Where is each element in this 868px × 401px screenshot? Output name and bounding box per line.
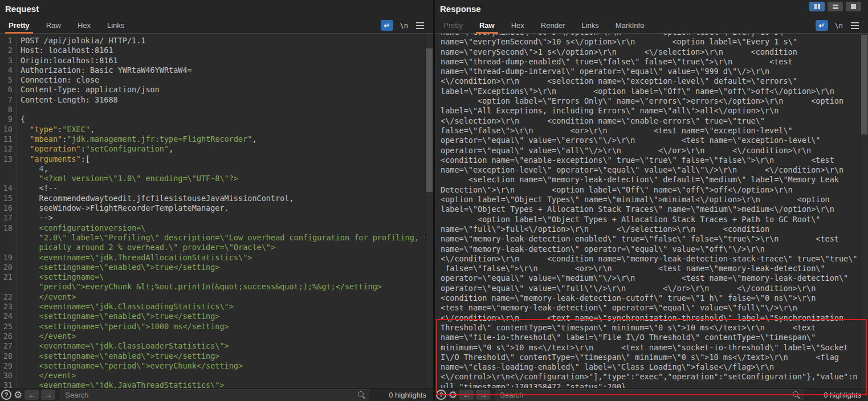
repeater-window: Request PrettyRawHexLinks ↵ \n 1POST /ap… (0, 0, 868, 401)
tab-pretty[interactable]: Pretty (5, 18, 33, 33)
response-code-line: I\/O Threshold\" contentType=\"timespan\… (435, 353, 868, 362)
request-scrollbar[interactable] (425, 34, 433, 388)
response-code-line: <option label=\"Errors Only\" name=\"err… (435, 96, 868, 106)
tab-pretty[interactable]: Pretty (440, 18, 466, 33)
search-icon (793, 391, 798, 397)
request-code-line: 13 "arguments":[ (0, 154, 433, 164)
response-scrollbar-thumb[interactable] (861, 35, 867, 134)
single-layout-button[interactable] (846, 2, 861, 11)
response-scrollbar[interactable] (860, 34, 868, 388)
request-panel-title: Request (0, 0, 433, 18)
request-code-line: 31 <eventname=\"jdk.JavaThreadStatistics… (0, 380, 433, 388)
request-code-line: 4Authorization: Basic YWRtaW46YWRtaW4= (0, 66, 433, 75)
response-code-line: Detection\">\r\n <option label=\"Off\" n… (435, 185, 868, 195)
request-code-line: 7Content-Length: 31688 (0, 95, 433, 105)
request-code-line: 14 <!-- (0, 183, 433, 193)
search-icon (358, 391, 364, 397)
response-code-line: <condition name=\"memory-leak-detection-… (435, 293, 868, 303)
rows-layout-button[interactable] (828, 2, 843, 11)
tab-raw[interactable]: Raw (476, 18, 498, 33)
response-code-line: label=\"All Exceptions, including Errors… (435, 106, 868, 116)
response-code-line: operator=\"equal\" value=\"full\"\/>\r\n… (435, 284, 868, 293)
request-code-line: 17 --> (0, 213, 433, 223)
response-code-line: <\/control>\r\n<\/configuration>"],"type… (435, 372, 868, 382)
response-code-line: name=\"exception-level\" operator=\"equa… (435, 165, 868, 175)
response-code-line: name=\"full\">full<\/option>\r\n <\/sele… (435, 224, 868, 234)
request-code-line: 18 <configurationversion=\ (0, 223, 433, 233)
response-panel-title: Response (435, 0, 868, 18)
request-code-line: 1POST /api/jolokia/ HTTP/1.1 (0, 36, 433, 46)
response-code-line: <\/selection>\r\n <condition name=\"enab… (435, 116, 868, 126)
response-code-line: name=\"everySecond\">1 s<\/option>\r\n <… (435, 47, 868, 57)
response-tabbar: PrettyRawHexRenderLinksMarkInfo ↵ \n (435, 18, 868, 34)
tab-links[interactable]: Links (578, 18, 602, 33)
search-settings-gear-icon[interactable]: ⚙ (14, 390, 22, 400)
editor-menu-icon[interactable] (851, 25, 859, 26)
search-prev-button[interactable]: ← (25, 390, 39, 400)
tab-hex[interactable]: Hex (74, 18, 94, 33)
request-code-line: 5Connection: close (0, 75, 433, 85)
response-highlight-count: 0 highlights (806, 391, 868, 399)
help-icon[interactable]: ? (436, 390, 446, 400)
response-code-line: <selection name=\"memory-leak-detection\… (435, 175, 868, 185)
search-next-button[interactable]: → (41, 390, 55, 400)
response-code-line: name=\"everyTenSecond\">10 s<\/option>\r… (435, 37, 868, 47)
request-code-line: pically around 2 % overhead.\" provider=… (0, 243, 433, 252)
response-editor[interactable]: name=\"everyMinute\">60 s<\/option>\r\n … (435, 34, 868, 388)
request-code-line: 24 <settingname=\"enabled\">true</settin… (0, 312, 433, 321)
request-code-line: 6Content-Type: application/json (0, 85, 433, 95)
search-prev-button[interactable]: ← (459, 390, 474, 400)
request-editor[interactable]: 1POST /api/jolokia/ HTTP/1.12Host: local… (0, 34, 433, 388)
request-panel: Request PrettyRawHexLinks ↵ \n 1POST /ap… (0, 0, 433, 401)
word-wrap-toggle-icon[interactable]: ↵ (816, 20, 828, 31)
response-search-input[interactable] (495, 389, 804, 400)
search-next-button[interactable]: → (476, 390, 490, 400)
response-code-line: <\/condition>\r\n <condition name=\"memo… (435, 254, 868, 264)
help-icon[interactable]: ? (1, 390, 11, 400)
search-settings-gear-icon[interactable]: ⚙ (449, 390, 457, 400)
request-code-line: 8 (0, 105, 433, 114)
columns-layout-button[interactable] (809, 2, 825, 11)
request-code-line: 2Host: localhost:8161 (0, 46, 433, 55)
response-code-line: name=\"thread-dump-interval\" operator=\… (435, 67, 868, 76)
tab-hex[interactable]: Hex (508, 18, 528, 33)
request-code-line: 25 <settingname=\"period\">1000 ms</sett… (0, 322, 433, 332)
request-highlight-count: 0 highlights (372, 391, 433, 399)
response-code-line: <option label=\"Object Types\" name=\"mi… (435, 195, 868, 204)
request-code-line: 4, (0, 164, 433, 174)
request-code-line: 27 <eventname=\"jdk.ClassLoaderStatistic… (0, 341, 433, 351)
response-code-line: minimum=\"0 s\">10 ms<\/text>\r\n <text … (435, 343, 868, 353)
editor-menu-icon[interactable] (416, 25, 424, 26)
response-code-line: label=\"Exceptions\">\r\n <option label=… (435, 87, 868, 96)
request-code-line: 29 <settingname=\"period\">everyChunk</s… (0, 361, 433, 371)
tab-markinfo[interactable]: MarkInfo (612, 18, 648, 33)
request-scrollbar-thumb[interactable] (426, 48, 433, 192)
response-searchbar: ? ⚙ ← → 0 highlights (435, 388, 868, 401)
word-wrap-toggle-icon[interactable]: ↵ (381, 20, 393, 31)
response-code-line: operator=\"equal\" value=\"errors\"\/>\r… (435, 136, 868, 145)
response-code-line: <\/condition>\r\n <text name=\"synchroni… (435, 313, 868, 323)
request-code-line: 30 </event> (0, 371, 433, 380)
layout-view-buttons (809, 2, 861, 11)
request-code-line: 10 "type":"EXEC", (0, 125, 433, 134)
response-code-line: label=\"Object Types + Allocation Stack … (435, 204, 868, 214)
request-code-line: 16 seeWindow->FlightRecorderTemplateMana… (0, 203, 433, 213)
request-tabbar: PrettyRawHexLinks ↵ \n (0, 18, 433, 34)
show-newlines-toggle[interactable]: \n (400, 22, 408, 30)
response-code-line: <\/condition>\r\n <selection name=\"exce… (435, 76, 868, 86)
tab-raw[interactable]: Raw (43, 18, 64, 33)
request-code-line: 11 "mbean":"jdk.management.jfr:type=Flig… (0, 134, 433, 144)
request-search-input[interactable] (60, 389, 369, 400)
tab-links[interactable]: Links (104, 18, 128, 33)
show-newlines-toggle[interactable]: \n (835, 22, 843, 30)
request-searchbar: ? ⚙ ← → 0 highlights (0, 388, 433, 401)
request-code-line: 19 <eventname=\"jdk.ThreadAllocationStat… (0, 253, 433, 263)
response-code-line: name=\"memory-leak-detection-enabled\" t… (435, 234, 868, 244)
response-code-line: name=\"thread-dump-enabled\" true=\"fals… (435, 57, 868, 67)
tab-render[interactable]: Render (537, 18, 569, 33)
response-code-line: <option label=\"Object Types + Allocatio… (435, 215, 868, 224)
request-code-line: 28 <settingname=\"enabled\">true</settin… (0, 351, 433, 361)
response-code-line: Threshold\" contentType=\"timespan\" min… (435, 323, 868, 333)
response-code-line: false=\"false\">\r\n <or>\r\n <test name… (435, 264, 868, 273)
response-code-line: <test name=\"memory-leak-detection\" ope… (435, 303, 868, 313)
